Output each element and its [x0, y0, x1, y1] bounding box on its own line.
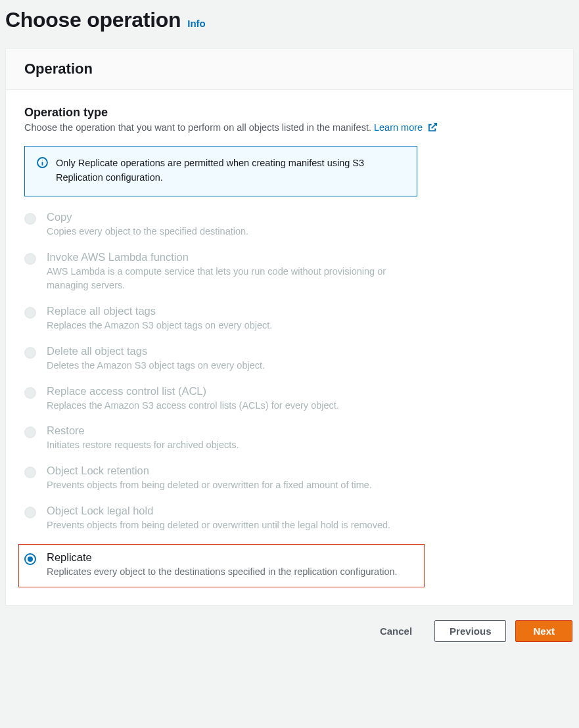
info-link[interactable]: Info — [187, 18, 206, 29]
option-replace-tags: Replace all object tags Replaces the Ama… — [24, 305, 419, 333]
radio-replace-acl — [24, 387, 36, 399]
radio-replicate[interactable] — [24, 553, 36, 565]
radio-object-lock-legal-hold — [24, 507, 36, 518]
option-copy: Copy Copies every object to the specifie… — [24, 211, 419, 239]
radio-restore — [24, 426, 36, 438]
previous-button[interactable]: Previous — [434, 620, 506, 642]
option-restore: Restore Initiates restore requests for a… — [24, 424, 419, 453]
option-title: Replace access control list (ACL) — [47, 385, 419, 398]
radio-delete-tags — [24, 347, 36, 359]
option-description: AWS Lambda is a compute service that let… — [47, 265, 419, 294]
operation-type-description: Choose the operation that you want to pe… — [24, 122, 555, 133]
option-invoke-lambda: Invoke AWS Lambda function AWS Lambda is… — [24, 251, 419, 294]
option-list: Copy Copies every object to the specifie… — [24, 211, 419, 587]
operation-panel-header: Operation — [6, 49, 573, 90]
external-link-icon — [428, 122, 438, 132]
next-button[interactable]: Next — [515, 620, 572, 642]
option-replicate[interactable]: Replicate Replicates every object to the… — [19, 545, 424, 587]
option-description: Replaces the Amazon S3 object tags on ev… — [47, 319, 419, 333]
option-title: Copy — [47, 211, 419, 223]
option-description: Deletes the Amazon S3 object tags on eve… — [47, 359, 419, 373]
option-description: Copies every object to the specified des… — [47, 225, 419, 239]
option-object-lock-legal-hold: Object Lock legal hold Prevents objects … — [24, 505, 419, 533]
operation-type-description-text: Choose the operation that you want to pe… — [24, 122, 371, 133]
option-title: Replace all object tags — [47, 305, 419, 317]
operation-type-title: Operation type — [24, 106, 555, 120]
button-row: Cancel Previous Next — [5, 620, 574, 642]
option-title: Invoke AWS Lambda function — [47, 251, 419, 263]
option-description: Initiates restore requests for archived … — [47, 438, 419, 453]
option-description: Replaces the Amazon S3 access control li… — [47, 399, 419, 413]
page-title: Choose operation — [5, 8, 181, 32]
page-header: Choose operation Info — [5, 0, 574, 36]
operation-panel-body: Operation type Choose the operation that… — [6, 90, 573, 605]
option-delete-tags: Delete all object tags Deletes the Amazo… — [24, 345, 419, 373]
learn-more-link[interactable]: Learn more — [374, 122, 438, 133]
option-title: Replicate — [47, 551, 419, 564]
info-alert-text: Only Replicate operations are permitted … — [56, 156, 405, 185]
option-title: Object Lock legal hold — [47, 505, 419, 517]
option-description: Replicates every object to the destinati… — [47, 565, 419, 580]
option-description: Prevents objects from being deleted or o… — [47, 518, 419, 533]
cancel-button[interactable]: Cancel — [367, 620, 425, 642]
option-title: Restore — [47, 424, 419, 437]
operation-panel: Operation Operation type Choose the oper… — [5, 48, 574, 606]
panel-title: Operation — [24, 60, 555, 78]
option-title: Object Lock retention — [47, 465, 419, 477]
info-icon — [37, 157, 48, 170]
svg-point-2 — [42, 160, 43, 160]
option-title: Delete all object tags — [47, 345, 419, 357]
radio-replace-tags — [24, 307, 36, 319]
radio-invoke-lambda — [24, 253, 36, 265]
option-object-lock-retention: Object Lock retention Prevents objects f… — [24, 465, 419, 493]
info-alert: Only Replicate operations are permitted … — [24, 146, 417, 196]
radio-copy — [24, 213, 36, 225]
radio-object-lock-retention — [24, 466, 36, 478]
option-replace-acl: Replace access control list (ACL) Replac… — [24, 385, 419, 413]
option-description: Prevents objects from being deleted or o… — [47, 478, 419, 493]
